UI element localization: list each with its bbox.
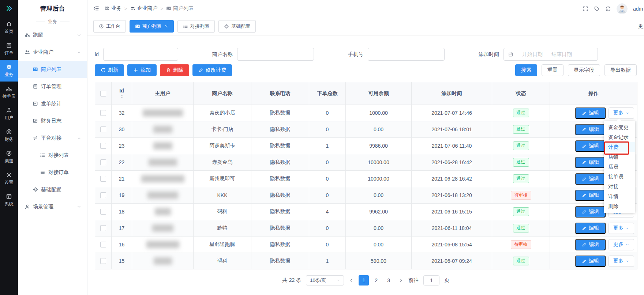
merchant-cell: KKK bbox=[194, 187, 251, 204]
page-button-3[interactable]: 3 bbox=[383, 275, 394, 285]
sort-icon[interactable] bbox=[119, 94, 124, 99]
breadcrumb-item-0[interactable]: 业务 bbox=[104, 5, 121, 12]
page-size-select[interactable]: 10条/页 bbox=[306, 275, 344, 285]
more-button[interactable]: 更多 bbox=[609, 256, 634, 267]
toolbar-right-button-0[interactable]: 搜索 bbox=[515, 64, 537, 76]
dropdown-item-3[interactable]: 店铺 bbox=[604, 152, 635, 162]
breadcrumb-item-2[interactable]: 商户列表 bbox=[166, 5, 194, 12]
sidebar-item-0[interactable]: 跑腿 bbox=[18, 26, 87, 44]
rail-item-3[interactable]: 接单员 bbox=[0, 82, 18, 103]
reload-icon[interactable] bbox=[605, 6, 611, 12]
more-button[interactable]: 更多 bbox=[609, 239, 634, 250]
table-row: 30卡卡-门店隐私数据00.002021-07-06 18:01通过编辑更多 bbox=[95, 121, 637, 138]
row-checkbox[interactable] bbox=[100, 110, 106, 116]
dropdown-item-0[interactable]: 资金变更 bbox=[604, 122, 635, 132]
goto-label: 前往 bbox=[408, 277, 419, 284]
tabs-more-button[interactable]: 更多 bbox=[638, 17, 644, 35]
edit-button[interactable]: 编辑 bbox=[575, 140, 606, 152]
dropdown-item-6[interactable]: 对接 bbox=[604, 182, 635, 192]
merchant-name-filter-input[interactable] bbox=[237, 48, 314, 61]
avatar[interactable] bbox=[617, 3, 628, 14]
edit-button[interactable]: 编辑 bbox=[575, 107, 606, 119]
more-button[interactable]: 更多 bbox=[609, 223, 634, 234]
dropdown-item-1[interactable]: 资金记录 bbox=[604, 132, 635, 142]
row-checkbox[interactable] bbox=[100, 143, 106, 149]
row-checkbox[interactable] bbox=[100, 159, 106, 165]
row-checkbox[interactable] bbox=[100, 225, 106, 231]
phone-value: 隐私数据 bbox=[270, 241, 291, 247]
rail-item-4[interactable]: 用户 bbox=[0, 103, 18, 125]
toolbar-button-3[interactable]: 修改计费 bbox=[192, 64, 232, 76]
id-filter-input[interactable] bbox=[103, 48, 178, 61]
toolbar-right-button-1[interactable]: 重置 bbox=[542, 64, 564, 76]
tab-1[interactable]: 商户列表 bbox=[130, 20, 174, 33]
dropdown-item-4[interactable]: 店员 bbox=[604, 162, 635, 172]
app-logo[interactable] bbox=[0, 0, 18, 17]
page-button-1[interactable]: 1 bbox=[359, 275, 369, 285]
rail-item-5[interactable]: 财务 bbox=[0, 125, 18, 146]
tab-3[interactable]: 基础配置 bbox=[218, 20, 256, 33]
date-range-input[interactable]: 开始日期 结束日期 bbox=[503, 48, 598, 61]
edit-button[interactable]: 编辑 bbox=[575, 223, 606, 234]
phone-filter-input[interactable] bbox=[368, 48, 445, 61]
toolbar-button-2[interactable]: 删除 bbox=[160, 64, 189, 76]
rail-item-0[interactable]: 首页 bbox=[0, 17, 18, 38]
select-all-checkbox[interactable] bbox=[100, 91, 106, 97]
toolbar-button-0[interactable]: 刷新 bbox=[95, 64, 124, 76]
sidebar-item-6[interactable]: 平台对接 bbox=[18, 129, 87, 147]
toolbar-right-button-3[interactable]: 导出数据 bbox=[604, 64, 637, 76]
sidebar-item-1[interactable]: 企业商户 bbox=[18, 44, 87, 61]
sidebar-item-label: 订单管理 bbox=[41, 83, 61, 90]
redacted-main-user bbox=[146, 241, 179, 248]
rail-item-2[interactable]: 业务 bbox=[0, 60, 18, 82]
edit-button[interactable]: 编辑 bbox=[575, 206, 606, 218]
dropdown-item-7[interactable]: 详情 bbox=[604, 192, 635, 201]
coin-icon bbox=[6, 129, 12, 135]
id-cell: 18 bbox=[112, 204, 132, 220]
tab-2[interactable]: 对接列表 bbox=[177, 20, 215, 33]
sidebar-item-8[interactable]: 对接订单 bbox=[18, 164, 87, 181]
row-checkbox[interactable] bbox=[100, 209, 106, 215]
row-checkbox[interactable] bbox=[100, 176, 106, 182]
tab-0[interactable]: 工作台 bbox=[93, 20, 126, 33]
sidebar-item-7[interactable]: 对接列表 bbox=[18, 147, 87, 164]
edit-button[interactable]: 编辑 bbox=[575, 124, 606, 135]
sidebar-item-2[interactable]: 商户列表 bbox=[18, 61, 87, 78]
dropdown-item-5[interactable]: 接单员 bbox=[604, 172, 635, 182]
sidebar-item-3[interactable]: 订单管理 bbox=[18, 78, 87, 95]
toolbar-button-1[interactable]: 添加 bbox=[127, 64, 157, 76]
goto-page-input[interactable] bbox=[423, 275, 439, 285]
more-button[interactable]: 更多 bbox=[609, 107, 634, 119]
rail-item-8[interactable]: 系统 bbox=[0, 189, 18, 211]
username[interactable]: adm bbox=[633, 6, 644, 12]
page-button-2[interactable]: 2 bbox=[371, 275, 381, 285]
dropdown-item-2[interactable]: 计费 bbox=[604, 142, 635, 152]
orders-cell: 0 bbox=[309, 105, 346, 121]
dropdown-item-8[interactable]: 删除 bbox=[604, 201, 635, 211]
fullscreen-icon[interactable] bbox=[583, 6, 588, 12]
edit-button[interactable]: 编辑 bbox=[575, 256, 606, 267]
rail-item-1[interactable]: 订单 bbox=[0, 38, 18, 60]
collapse-sidebar-icon[interactable] bbox=[93, 5, 99, 11]
row-checkbox[interactable] bbox=[100, 258, 106, 264]
edit-button[interactable]: 编辑 bbox=[575, 173, 606, 185]
breadcrumb-item-1[interactable]: 企业商户 bbox=[130, 5, 158, 12]
row-checkbox[interactable] bbox=[100, 192, 106, 198]
row-checkbox[interactable] bbox=[100, 242, 106, 247]
rail-item-6[interactable]: 渠道 bbox=[0, 146, 18, 168]
row-checkbox[interactable] bbox=[100, 126, 106, 132]
phone-cell: 隐私数据 bbox=[251, 237, 309, 253]
rail-item-7[interactable]: 设置 bbox=[0, 168, 18, 189]
edit-button[interactable]: 编辑 bbox=[575, 239, 606, 250]
sidebar-item-5[interactable]: 财务日志 bbox=[18, 112, 87, 129]
sidebar-item-4[interactable]: 发单统计 bbox=[18, 95, 87, 112]
prev-page-button[interactable] bbox=[349, 278, 354, 283]
sidebar-item-10[interactable]: 场景管理 bbox=[18, 198, 87, 215]
edit-button[interactable]: 编辑 bbox=[575, 157, 606, 168]
close-icon[interactable] bbox=[164, 24, 168, 28]
next-page-button[interactable] bbox=[398, 278, 404, 283]
edit-button[interactable]: 编辑 bbox=[575, 190, 606, 201]
toolbar-right-button-2[interactable]: 显示字段 bbox=[568, 64, 600, 76]
theme-tag-icon[interactable] bbox=[594, 6, 600, 12]
sidebar-item-9[interactable]: 基础配置 bbox=[18, 181, 87, 198]
